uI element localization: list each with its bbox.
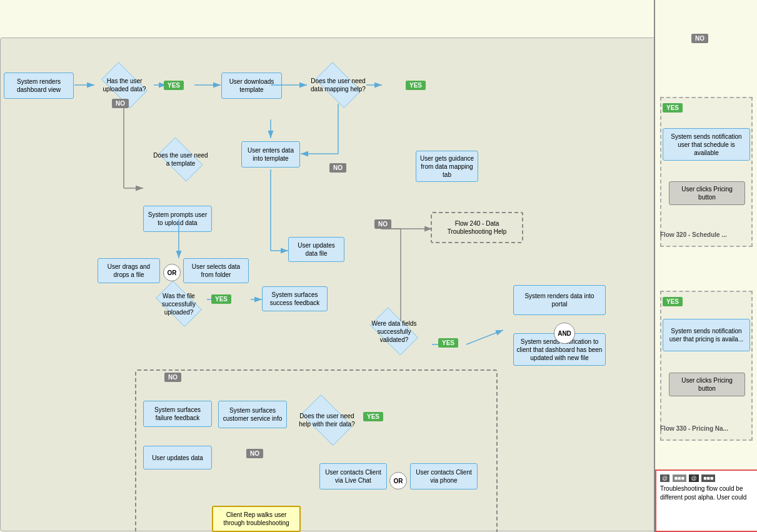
right-sidebar: NO YES System sends notification user th…: [654, 0, 757, 532]
flow330-notification-box: System sends notification user that pric…: [663, 319, 750, 351]
user-drags-box: User drags and drops a file: [98, 258, 160, 283]
yes-badge-was-uploaded: YES: [211, 294, 231, 304]
user-selects-box: User selects data from folder: [183, 258, 249, 283]
was-uploaded-diamond: Was the file successfully uploaded?: [148, 285, 210, 323]
no-badge-fields: NO: [374, 219, 391, 229]
yes-badge-2: YES: [406, 81, 426, 90]
no-badge-help: NO: [246, 449, 263, 458]
system-renders-portal-box: System renders data into portal: [513, 285, 606, 315]
flow320-pricing-box: User clicks Pricing button: [669, 181, 745, 205]
user-gets-guidance-box: User gets guidance from data mapping tab: [416, 151, 478, 182]
flow-area: System renders dashboard view Has the us…: [0, 38, 663, 531]
user-contacts-chat-box: User contacts Client via Live Chat: [319, 463, 387, 489]
flow320-title: Flow 320 - Schedule ...: [660, 231, 727, 238]
system-surfaces-success-box: System surfaces success feedback: [262, 286, 328, 311]
need-mapping-diamond: Does the user need data mapping help?: [307, 66, 369, 104]
top-no-badge: NO: [691, 34, 708, 43]
flow330-pricing-box: User clicks Pricing button: [669, 373, 745, 396]
note-box: @ ■■■ @ ■■■ Troubleshooting flow could b…: [655, 469, 757, 532]
user-enters-data-box: User enters data into template: [241, 141, 300, 168]
system-prompts-box: System prompts user to upload data: [143, 206, 212, 232]
has-uploaded-diamond: Has the user uploaded data?: [93, 66, 156, 104]
main-canvas: System renders dashboard view Has the us…: [0, 0, 757, 532]
system-surfaces-cs-box: System surfaces customer service info: [218, 401, 287, 428]
no-badge-uploaded: NO: [112, 99, 129, 108]
or-connector-1: OR: [163, 264, 181, 281]
need-help-diamond: Does the user need help with their data?: [293, 399, 361, 441]
no-badge-was-uploaded: NO: [164, 373, 181, 382]
flow330-title: Flow 330 - Pricing Na...: [660, 425, 728, 432]
need-template-diamond: Does the user need a template: [151, 141, 211, 178]
client-rep-box: Client Rep walks user through troublesho…: [212, 506, 301, 532]
flow330-section: [660, 291, 753, 441]
yes-badge-fields: YES: [438, 338, 458, 348]
system-renders-box: System renders dashboard view: [4, 73, 74, 99]
flow330-yes-badge: YES: [663, 297, 683, 306]
flow320-yes-badge: YES: [663, 103, 683, 113]
svg-line-19: [466, 330, 503, 344]
user-contacts-phone-box: User contacts Client via phone: [410, 463, 478, 489]
and-connector: AND: [554, 323, 575, 344]
user-updates-data-box: User updates data: [143, 446, 212, 469]
or-connector-2: OR: [389, 472, 407, 489]
flow320-section: [660, 97, 753, 247]
flow320-notification-box: System sends notification user that sche…: [663, 128, 750, 161]
no-badge-mapping: NO: [329, 163, 346, 173]
yes-badge-1: YES: [164, 81, 184, 90]
flow240-box: Flow 240 - Data Troubleshooting Help: [431, 212, 523, 243]
yes-badge-help: YES: [363, 412, 383, 421]
system-surfaces-failure-box: System surfaces failure feedback: [143, 401, 212, 427]
user-downloads-box: User downloads template: [221, 73, 282, 99]
user-updates-file-box: User updates data file: [288, 237, 344, 262]
were-fields-diamond: Were data fields successfully validated?: [361, 312, 427, 351]
